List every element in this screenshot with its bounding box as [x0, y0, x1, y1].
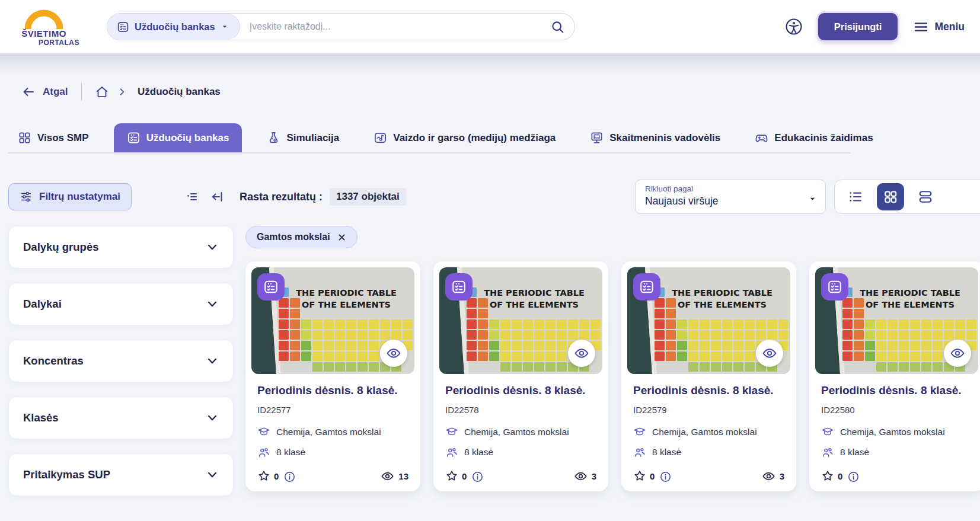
eye-icon: [950, 346, 965, 361]
breadcrumb: Atgal Užduočių bankas: [21, 82, 980, 102]
star-icon: [633, 469, 646, 482]
search-input[interactable]: [240, 21, 547, 32]
breadcrumb-current: Užduočių bankas: [138, 86, 221, 98]
results-toolbar: Filtrų nustatymai Rasta rezultatų : 1337…: [8, 180, 980, 214]
chevron-down-icon: [206, 411, 219, 424]
back-label: Atgal: [43, 86, 68, 98]
filters-sidebar: Dalykų grupės Dalykai Koncentras Klasės …: [8, 226, 234, 496]
accordion-klases[interactable]: Klasės: [8, 397, 234, 439]
preview-button[interactable]: [380, 340, 407, 367]
graduation-cap-icon: [445, 426, 458, 439]
search-icon: [550, 20, 565, 34]
preview-button[interactable]: [568, 340, 595, 367]
graduation-cap-icon: [257, 426, 270, 439]
info-icon: [659, 471, 672, 483]
card-title[interactable]: Periodinis dėsnis. 8 klasė.: [821, 384, 972, 397]
svg-text:THE PERIODIC TABLE: THE PERIODIC TABLE: [672, 288, 772, 298]
menu-label: Meniu: [934, 21, 965, 33]
search-submit-button[interactable]: [547, 20, 574, 34]
result-card[interactable]: THE PERIODIC TABLE OF THE ELEMENTS Perio…: [809, 261, 980, 491]
view-count: 3: [762, 469, 784, 483]
result-card[interactable]: THE PERIODIC TABLE OF THE ELEMENTS Perio…: [245, 261, 420, 491]
info-button[interactable]: [847, 469, 860, 483]
results-label: Rasta rezultatų :: [240, 191, 323, 203]
card-id: ID22577: [257, 405, 408, 415]
eye-icon: [762, 469, 775, 483]
task-bank-icon: [827, 279, 842, 295]
tab-uzduociu-bankas[interactable]: Užduočių bankas: [114, 123, 242, 152]
close-icon[interactable]: [337, 233, 346, 242]
preview-button[interactable]: [944, 340, 971, 367]
breadcrumb-divider: [81, 83, 82, 101]
eye-icon: [381, 469, 394, 483]
filter-settings-button[interactable]: Filtrų nustatymai: [8, 183, 132, 210]
collapse-panel-button[interactable]: [209, 188, 225, 205]
info-button[interactable]: [659, 469, 672, 483]
login-button[interactable]: Prisijungti: [818, 13, 898, 40]
tab-edukacinis-zaidimas[interactable]: Edukacinis žaidimas: [745, 123, 882, 152]
content-area: Dalykų grupės Dalykai Koncentras Klasės …: [8, 226, 980, 496]
chevron-down-icon: [206, 298, 219, 311]
gamepad-icon: [755, 131, 768, 145]
arrow-to-bar-icon: [210, 190, 224, 204]
media-icon: [374, 131, 387, 145]
list-view-button[interactable]: [842, 183, 869, 210]
task-bank-badge: [445, 273, 473, 301]
eye-icon: [574, 346, 589, 361]
grid-view-button[interactable]: [877, 183, 904, 210]
card-title[interactable]: Periodinis dėsnis. 8 klasė.: [257, 384, 408, 397]
tab-medija[interactable]: Vaizdo ir garso (medijų) medžiaga: [364, 123, 565, 152]
card-thumbnail: THE PERIODIC TABLE OF THE ELEMENTS: [627, 267, 790, 374]
info-button[interactable]: [471, 469, 484, 483]
card-grade: 8 klasė: [257, 446, 408, 459]
favorite-count: 0: [650, 471, 655, 481]
eye-icon: [762, 346, 777, 361]
brand-name-line1: ŠVIETIMO: [21, 29, 66, 38]
view-count: 3: [574, 469, 596, 483]
accordion-koncentras[interactable]: Koncentras: [8, 340, 234, 382]
menu-button[interactable]: Meniu: [913, 19, 965, 35]
result-card[interactable]: THE PERIODIC TABLE OF THE ELEMENTS Perio…: [621, 261, 796, 491]
rows-view-button[interactable]: [912, 183, 939, 210]
info-button[interactable]: [283, 469, 296, 483]
card-subjects: Chemija, Gamtos mokslai: [445, 426, 596, 439]
card-title[interactable]: Periodinis dėsnis. 8 klasė.: [445, 384, 596, 397]
accordion-dalyku-grupes[interactable]: Dalykų grupės: [8, 226, 234, 269]
eye-icon: [386, 346, 401, 361]
digital-textbook-icon: [590, 131, 604, 145]
accordion-pritaikymas-sup[interactable]: Pritaikymas SUP: [8, 453, 234, 496]
svg-text:THE PERIODIC TABLE: THE PERIODIC TABLE: [860, 288, 960, 298]
back-button[interactable]: Atgal: [21, 85, 68, 99]
results-summary: Rasta rezultatų : 1337 objektai: [240, 188, 406, 206]
accessibility-button[interactable]: [785, 18, 803, 36]
sort-dropdown[interactable]: Rikiuoti pagal Naujausi viršuje: [635, 180, 826, 214]
results-count: 1337 objektai: [330, 188, 406, 206]
collapse-list-icon: [185, 190, 199, 204]
logo[interactable]: ŠVIETIMO PORTALAS: [8, 8, 79, 46]
tab-skaitmeninis-vadovelis[interactable]: Skaitmeninis vadovėlis: [580, 123, 730, 152]
search-category-dropdown[interactable]: Užduočių bankas: [107, 14, 240, 40]
task-bank-badge: [633, 273, 660, 301]
tab-simuliacija[interactable]: Simuliacija: [257, 123, 349, 152]
favorite-button[interactable]: 0: [445, 469, 467, 482]
favorite-button[interactable]: 0: [257, 469, 279, 482]
card-title[interactable]: Periodinis dėsnis. 8 klasė.: [633, 384, 784, 397]
favorite-button[interactable]: 0: [821, 469, 842, 482]
result-card[interactable]: THE PERIODIC TABLE OF THE ELEMENTS Perio…: [433, 261, 608, 491]
card-thumbnail: THE PERIODIC TABLE OF THE ELEMENTS: [251, 267, 414, 374]
people-icon: [633, 446, 646, 459]
view-count: 13: [381, 469, 408, 483]
filter-chip-gamtos-mokslai[interactable]: Gamtos mokslai: [245, 226, 357, 248]
card-grade: 8 klasė: [821, 446, 972, 459]
home-link[interactable]: [95, 85, 109, 99]
accessibility-icon: [785, 18, 803, 36]
info-icon: [283, 471, 296, 483]
hamburger-icon: [913, 19, 929, 35]
accordion-dalykai[interactable]: Dalykai: [8, 283, 234, 325]
tab-visos-smp[interactable]: Visos SMP: [8, 123, 98, 152]
favorite-button[interactable]: 0: [633, 469, 655, 482]
preview-button[interactable]: [756, 340, 783, 367]
collapse-list-button[interactable]: [184, 188, 200, 205]
card-thumbnail: THE PERIODIC TABLE OF THE ELEMENTS: [815, 267, 978, 374]
task-bank-icon: [117, 21, 129, 33]
